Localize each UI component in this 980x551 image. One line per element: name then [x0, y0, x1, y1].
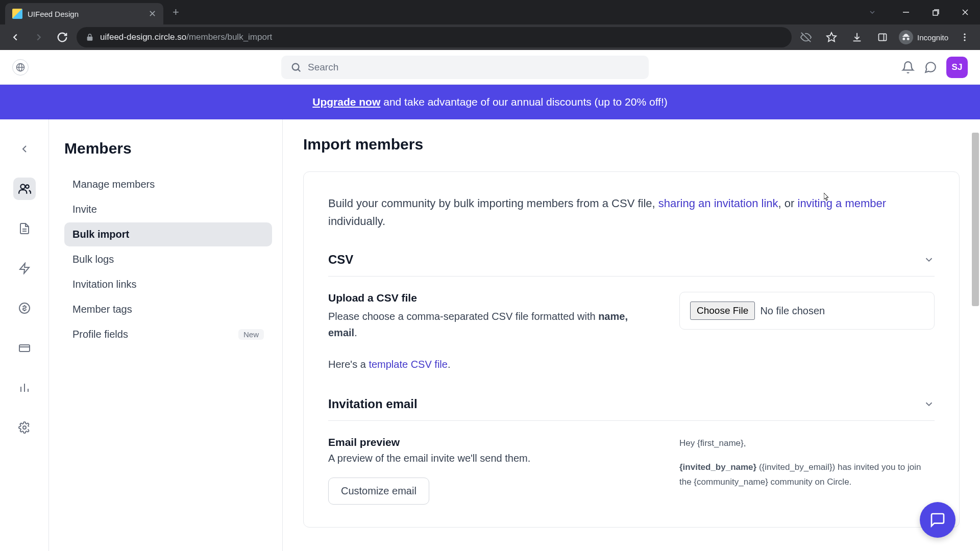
- upload-description: Please choose a comma-separated CSV file…: [328, 308, 649, 341]
- svg-point-17: [26, 185, 29, 188]
- favicon: [12, 9, 22, 19]
- maximize-button[interactable]: [921, 2, 950, 22]
- import-card: Build your community by bulk importing m…: [303, 171, 960, 528]
- sidebar-title: Members: [64, 140, 272, 157]
- no-file-label: No file chosen: [760, 305, 825, 317]
- address-bar[interactable]: uifeed-design.circle.so/members/bulk_imp…: [77, 27, 792, 47]
- sidebar-item-manage-members[interactable]: Manage members: [64, 172, 272, 196]
- svg-point-16: [20, 184, 25, 189]
- side-panel-icon[interactable]: [873, 28, 892, 46]
- sidebar-item-member-tags[interactable]: Member tags: [64, 297, 272, 321]
- customize-email-button[interactable]: Customize email: [328, 478, 429, 505]
- sharing-link[interactable]: sharing an invitation link: [658, 197, 778, 210]
- svg-rect-22: [19, 345, 30, 352]
- svg-marker-5: [827, 33, 836, 41]
- chat-fab[interactable]: [920, 502, 955, 538]
- bookmark-star-icon[interactable]: [822, 28, 841, 46]
- app-header: Search SJ: [0, 50, 980, 85]
- rail-members-icon[interactable]: [13, 178, 36, 200]
- downloads-icon[interactable]: [848, 28, 866, 46]
- invitation-section-header[interactable]: Invitation email: [328, 397, 935, 421]
- minimize-button[interactable]: [891, 2, 921, 22]
- svg-rect-1: [933, 11, 938, 15]
- scrollbar[interactable]: [971, 133, 980, 316]
- chevron-down-icon: [923, 398, 935, 410]
- notifications-icon[interactable]: [901, 61, 915, 74]
- email-preview-body: Hey {first_name}, {invited_by_name} ({in…: [679, 436, 935, 505]
- sidebar-item-invitation-links[interactable]: Invitation links: [64, 272, 272, 296]
- rail-settings-icon[interactable]: [13, 416, 36, 439]
- page-title: Import members: [303, 136, 960, 153]
- chat-icon: [929, 512, 946, 528]
- intro-text: Build your community by bulk importing m…: [328, 194, 935, 230]
- search-icon: [290, 62, 302, 73]
- tabs-dropdown-icon[interactable]: [857, 2, 887, 22]
- inviting-link[interactable]: inviting a member: [798, 197, 887, 210]
- reload-button[interactable]: [53, 28, 71, 46]
- rail-plans-icon[interactable]: [13, 337, 36, 359]
- svg-point-27: [23, 426, 26, 429]
- rail-moderation-icon[interactable]: [13, 257, 36, 280]
- csv-section-header[interactable]: CSV: [328, 253, 935, 277]
- rail-analytics-icon[interactable]: [13, 377, 36, 399]
- close-tab-icon[interactable]: ✕: [149, 8, 156, 19]
- svg-line-15: [298, 69, 301, 71]
- new-tab-button[interactable]: +: [163, 6, 188, 19]
- avatar[interactable]: SJ: [946, 57, 968, 78]
- lock-icon: [86, 33, 94, 41]
- chevron-down-icon: [923, 254, 935, 265]
- scrollbar-thumb[interactable]: [972, 133, 979, 306]
- file-input-box: Choose File No file chosen: [679, 292, 935, 330]
- upload-heading: Upload a CSV file: [328, 292, 649, 304]
- template-csv-link[interactable]: template CSV file: [369, 359, 448, 370]
- svg-point-9: [964, 36, 965, 38]
- new-badge: New: [238, 329, 264, 340]
- svg-point-14: [292, 63, 299, 70]
- rail-payments-icon[interactable]: [13, 297, 36, 319]
- forward-button[interactable]: [30, 28, 48, 46]
- main-content: Import members Build your community by b…: [283, 119, 980, 551]
- incognito-icon: [899, 30, 913, 44]
- sidebar-item-profile-fields[interactable]: Profile fieldsNew: [64, 322, 272, 346]
- messages-icon[interactable]: [924, 61, 937, 74]
- preview-description: A preview of the email invite we'll send…: [328, 453, 649, 464]
- browser-menu-icon[interactable]: [955, 28, 974, 46]
- upgrade-link[interactable]: Upgrade now: [312, 96, 380, 108]
- sidebar-item-bulk-import[interactable]: Bulk import: [64, 222, 272, 246]
- sidebar-item-bulk-logs[interactable]: Bulk logs: [64, 247, 272, 271]
- browser-tab[interactable]: UIFeed Design ✕: [5, 3, 163, 24]
- sidebar-item-invite[interactable]: Invite: [64, 197, 272, 221]
- close-window-button[interactable]: [950, 2, 980, 22]
- svg-point-10: [964, 39, 965, 41]
- back-button[interactable]: [6, 28, 24, 46]
- incognito-badge[interactable]: Incognito: [899, 30, 948, 44]
- window-controls: [857, 0, 980, 24]
- browser-toolbar: uifeed-design.circle.so/members/bulk_imp…: [0, 24, 980, 50]
- browser-tab-strip: UIFeed Design ✕ +: [0, 0, 980, 24]
- sidebar: Members Manage members Invite Bulk impor…: [49, 119, 283, 551]
- icon-rail: [0, 119, 49, 551]
- banner-text: and take advantage of our annual discoun…: [383, 96, 668, 108]
- template-line: Here's a template CSV file.: [328, 356, 649, 372]
- workspace-switcher[interactable]: [12, 59, 29, 76]
- search-input[interactable]: Search: [281, 56, 649, 79]
- svg-point-8: [964, 34, 965, 35]
- choose-file-button[interactable]: Choose File: [690, 302, 755, 320]
- svg-rect-6: [879, 34, 887, 40]
- svg-marker-20: [20, 263, 29, 273]
- promo-banner: Upgrade now and take advantage of our an…: [0, 85, 980, 119]
- eye-off-icon[interactable]: [797, 28, 815, 46]
- globe-icon: [16, 63, 25, 72]
- tab-title: UIFeed Design: [28, 10, 143, 18]
- url-text: uifeed-design.circle.so/members/bulk_imp…: [100, 32, 272, 42]
- rail-posts-icon[interactable]: [13, 217, 36, 240]
- preview-heading: Email preview: [328, 436, 649, 448]
- rail-back-icon[interactable]: [13, 138, 36, 160]
